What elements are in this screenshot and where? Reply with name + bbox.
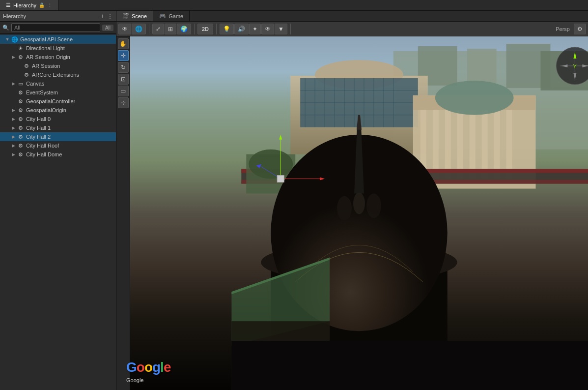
expand-arrow: ▶ (10, 125, 17, 130)
svg-rect-3 (467, 49, 497, 83)
svg-rect-56 (277, 176, 284, 182)
move-tool-btn[interactable]: ✛ (118, 50, 129, 61)
gameobject-icon: ⚙ (17, 134, 25, 140)
toolbar-visual-group: 💡 🔊 ✦ 👁 ▼ (220, 24, 291, 34)
google-small: Google (126, 377, 143, 383)
search-input[interactable] (11, 23, 100, 32)
toolbar-vfx-btn[interactable]: ✦ (249, 24, 261, 34)
tree-label: GeospatialController (26, 98, 75, 104)
gameobject-icon: ⚙ (17, 143, 25, 149)
hierarchy-title: Hierarchy (3, 13, 26, 19)
toolbar-pivot-btn[interactable]: ⊞ (165, 24, 176, 34)
tab-spacer (190, 11, 588, 21)
scale-tool-btn[interactable]: ⊡ (118, 74, 129, 85)
tree-label: City Hall 2 (26, 134, 51, 140)
tree-label: Directional Light (26, 45, 65, 51)
viewport[interactable]: Y ✋ ✛ ↻ ⊡ ▭ ⊹ Google Google (116, 36, 588, 390)
expand-arrow: ▶ (10, 143, 17, 148)
scene-toolbar: 👁 🌐 ⤢ ⊞ 🌍 2D 💡 🔊 ✦ 👁 ▼ Persp (116, 22, 588, 36)
toolbar-light-btn[interactable]: 💡 (220, 24, 234, 34)
tree-item-city-hall-roof[interactable]: ▶ ⚙ City Hall Roof (0, 141, 116, 150)
svg-text:Y: Y (573, 63, 577, 69)
left-toolbar: ✋ ✛ ↻ ⊡ ▭ ⊹ (116, 36, 130, 390)
toolbar-view-options-btn[interactable]: ▼ (275, 24, 287, 34)
game-tab-icon: 🎮 (159, 13, 166, 19)
tree-item-city-hall-2[interactable]: ▶ ⚙ City Hall 2 (0, 132, 116, 141)
scene-icon: 🌐 (11, 36, 19, 43)
tab-hierarchy[interactable]: ☰ Hierarchy 🔒 ⋮ (0, 0, 59, 10)
tree-item-geospatial-origin[interactable]: ▶ ⚙ GeospatialOrigin (0, 106, 116, 115)
hierarchy-tree: ▼ 🌐 Geospatial API Scene ☀ Directional L… (0, 34, 116, 390)
search-tag[interactable]: All (102, 25, 113, 31)
tree-label: Geospatial API Scene (20, 36, 73, 42)
hand-tool-btn[interactable]: ✋ (118, 38, 129, 49)
tab-game[interactable]: 🎮 Game (153, 11, 190, 21)
svg-point-32 (435, 81, 514, 115)
rotate-tool-btn[interactable]: ↻ (118, 62, 129, 73)
svg-rect-49 (231, 341, 588, 390)
tree-label: EventSystem (26, 90, 58, 95)
gameobject-icon: ⚙ (17, 54, 25, 60)
tree-item-event-system[interactable]: ⚙ EventSystem (0, 88, 116, 97)
tree-label: City Hall Dome (26, 151, 62, 157)
search-icon: 🔍 (2, 25, 9, 31)
tree-label: City Hall 1 (26, 125, 51, 131)
expand-arrow: ▼ (4, 37, 11, 42)
light-icon: ☀ (17, 45, 25, 52)
gameobject-icon: ⚙ (17, 125, 25, 131)
toolbar-view-btn[interactable]: 👁 (118, 24, 131, 34)
tree-item-city-hall-0[interactable]: ▶ ⚙ City Hall 0 (0, 115, 116, 123)
tree-item-city-hall-dome[interactable]: ▶ ⚙ City Hall Dome (0, 150, 116, 159)
toolbar-2d-btn[interactable]: 2D (197, 24, 213, 34)
toolbar-globe-btn[interactable]: 🌐 (132, 24, 146, 34)
svg-point-45 (353, 193, 365, 214)
scene-game-tabs: 🎬 Scene 🎮 Game (116, 11, 588, 22)
canvas-icon: ▭ (17, 81, 25, 87)
tree-item-city-hall-1[interactable]: ▶ ⚙ City Hall 1 (0, 123, 116, 132)
toolbar-hidden-btn[interactable]: 👁 (261, 24, 274, 34)
toolbar-2d-group: 2D (197, 24, 217, 34)
rect-tool-btn[interactable]: ▭ (118, 86, 129, 96)
tree-item-ar-session-origin[interactable]: ▶ ⚙ AR Session Origin (0, 53, 116, 61)
tree-label: City Hall 0 (26, 116, 51, 122)
tree-item-canvas[interactable]: ▶ ▭ Canvas (0, 79, 116, 88)
hierarchy-options-icon[interactable]: ⋮ (107, 13, 113, 20)
tab-hierarchy-label: Hierarchy (13, 2, 36, 8)
tree-item-ar-session[interactable]: ⚙ AR Session (0, 61, 116, 70)
toolbar-transform-group: ⤢ ⊞ 🌍 (152, 24, 195, 34)
gameobject-icon: ⚙ (17, 151, 25, 158)
google-watermark: Google (126, 360, 170, 375)
hierarchy-header-icons: + ⋮ (101, 13, 113, 20)
svg-rect-26 (445, 110, 451, 179)
gameobject-icon: ⚙ (17, 107, 25, 114)
toolbar-transform-btn[interactable]: ⤢ (152, 24, 164, 34)
expand-arrow: ▶ (10, 108, 17, 113)
tree-label: ARCore Extensions (32, 72, 79, 78)
toolbar-gizmo-btn[interactable]: ⚙ (574, 24, 586, 34)
panel-options-icon[interactable]: ⋮ (47, 2, 53, 8)
tree-label: AR Session Origin (26, 54, 70, 60)
tab-scene[interactable]: 🎬 Scene (116, 11, 153, 21)
expand-arrow: ▶ (10, 152, 17, 157)
hierarchy-panel: Hierarchy + ⋮ 🔍 All ▼ 🌐 Geospatial API S… (0, 11, 116, 390)
svg-rect-31 (506, 110, 512, 179)
expand-arrow: ▶ (10, 117, 17, 121)
hierarchy-search-bar: 🔍 All (0, 22, 116, 34)
tree-label: City Hall Roof (26, 143, 59, 149)
expand-arrow: ▶ (10, 81, 17, 86)
transform-tool-btn[interactable]: ⊹ (118, 97, 129, 108)
hierarchy-header: Hierarchy + ⋮ (0, 11, 116, 22)
tree-item-geospatial-controller[interactable]: ⚙ GeospatialController (0, 97, 116, 106)
tree-item-geospatial-api-scene[interactable]: ▼ 🌐 Geospatial API Scene (0, 35, 116, 44)
scene-tab-icon: 🎬 (122, 13, 129, 19)
tree-item-directional-light[interactable]: ☀ Directional Light (0, 44, 116, 53)
toolbar-global-btn[interactable]: 🌍 (177, 24, 191, 34)
toolbar-audio-btn[interactable]: 🔊 (234, 24, 249, 34)
tree-item-arcore-extensions[interactable]: ⚙ ARCore Extensions (0, 70, 116, 79)
gameobject-icon: ⚙ (23, 63, 30, 69)
svg-point-44 (366, 194, 381, 218)
game-tab-label: Game (168, 13, 183, 19)
svg-rect-29 (482, 110, 488, 179)
hierarchy-create-icon[interactable]: + (101, 13, 104, 20)
main-layout: Hierarchy + ⋮ 🔍 All ▼ 🌐 Geospatial API S… (0, 11, 588, 390)
